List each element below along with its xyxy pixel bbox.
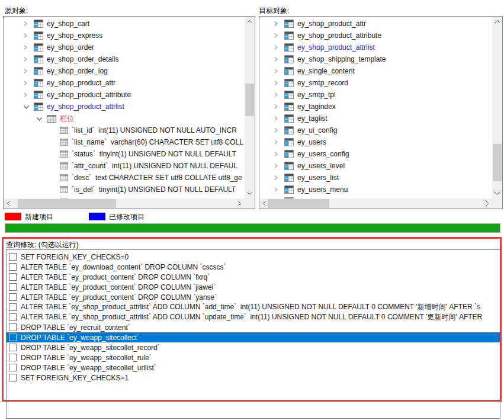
target-horizontal-scrollbar[interactable] (259, 198, 492, 209)
sql-row[interactable]: DROP TABLE `ey_weapp_sitecollet_urllist` (7, 363, 500, 373)
scrollbar-thumb[interactable] (245, 84, 254, 116)
sql-checkbox[interactable] (9, 283, 17, 291)
sql-checkbox[interactable] (9, 303, 17, 311)
sql-checkbox[interactable] (9, 354, 17, 361)
scroll-left-button[interactable] (4, 198, 14, 209)
tree-item-label: ey_tagindex (297, 102, 336, 111)
tree-expander[interactable] (23, 68, 34, 74)
tree-expander[interactable] (23, 80, 34, 86)
tree-item-label: `list_name` varchar(60) CHARACTER SET ut… (72, 138, 243, 146)
tree-item[interactable]: ey_users (259, 136, 492, 148)
scroll-down-button[interactable] (492, 188, 502, 198)
sql-row[interactable]: SET FOREIGN_KEY_CHECKS=0 (7, 252, 500, 262)
tree-expander[interactable] (274, 151, 284, 157)
tree-expander[interactable] (274, 92, 284, 98)
scrollbar-thumb[interactable] (18, 199, 116, 208)
scroll-right-button[interactable] (235, 198, 245, 209)
scroll-up-button[interactable] (245, 17, 255, 27)
tree-item[interactable]: `list_id` int(11) UNSIGNED NOT NULL AUTO… (4, 124, 245, 136)
sql-checkbox[interactable] (9, 344, 17, 351)
tree-item[interactable]: `desc` text CHARACTER SET utf8 COLLATE u… (4, 172, 245, 184)
source-tree: ey_shop_cartey_shop_expressey_shop_order… (4, 17, 245, 198)
tree-item[interactable]: `status` tinyint(1) UNSIGNED NOT NULL DE… (4, 148, 245, 160)
tree-expander[interactable] (274, 80, 284, 86)
tree-item[interactable]: ey_shop_order_details (4, 53, 245, 65)
tree-expander[interactable] (274, 68, 284, 74)
sql-checkbox[interactable] (9, 323, 17, 331)
sql-checkbox[interactable] (9, 313, 17, 321)
sql-row[interactable]: DROP TABLE `ey_weapp_sitecollet_rule` (7, 352, 500, 363)
tree-item[interactable]: ey_users_config (259, 148, 492, 160)
tree-item[interactable]: ey_tagindex (259, 101, 492, 113)
tree-expander[interactable] (23, 44, 34, 50)
chevron-right-icon (274, 175, 278, 181)
sql-row[interactable]: ALTER TABLE `ey_product_content` DROP CO… (7, 272, 500, 282)
sql-checkbox[interactable] (9, 334, 17, 341)
tree-expander[interactable] (23, 92, 34, 98)
sql-row[interactable]: SET FOREIGN_KEY_CHECKS=1 (7, 373, 500, 383)
sql-checkbox[interactable] (9, 263, 17, 271)
tree-expander[interactable] (274, 127, 284, 133)
tree-item[interactable]: `list_name` varchar(60) CHARACTER SET ut… (4, 136, 245, 148)
tree-item[interactable]: `attr_count` int(11) UNSIGNED NOT NULL D… (4, 160, 245, 172)
tree-item[interactable]: ey_users_menu (259, 184, 492, 195)
sql-checkbox[interactable] (9, 253, 17, 261)
tree-item[interactable]: ey_shop_product_attr (4, 77, 245, 89)
tree-item[interactable]: ey_shop_product_attrlist (4, 101, 245, 113)
tree-expander[interactable] (36, 116, 47, 121)
sql-row[interactable]: ALTER TABLE `ey_shop_product_attrlist` A… (7, 302, 500, 312)
tree-expander[interactable] (23, 56, 34, 62)
tree-expander[interactable] (274, 33, 284, 39)
tree-expander[interactable] (23, 104, 34, 110)
scrollbar-thumb[interactable] (493, 144, 502, 181)
tree-item[interactable]: ey_smtp_record (259, 77, 492, 89)
sql-text: DROP TABLE `ey_weapp_sitecollet_urllist` (21, 364, 156, 372)
tree-item[interactable]: ey_shop_cart (4, 18, 245, 30)
tree-expander[interactable] (274, 187, 284, 193)
tree-expander[interactable] (274, 139, 284, 145)
tree-item[interactable]: ey_shop_product_attrlist (259, 41, 492, 53)
tree-item[interactable]: ey_shop_order (4, 41, 245, 53)
tree-item[interactable]: ey_users_level (259, 160, 492, 172)
source-horizontal-scrollbar[interactable] (4, 198, 245, 209)
tree-item[interactable]: ey_ui_config (259, 124, 492, 136)
tree-expander[interactable] (274, 175, 284, 181)
sql-row[interactable]: ALTER TABLE `ey_product_content` DROP CO… (7, 282, 500, 292)
sql-checkbox[interactable] (9, 273, 17, 281)
tree-expander[interactable] (274, 163, 284, 169)
sql-row[interactable]: DROP TABLE `ey_weapp_sitecollect` (7, 332, 500, 342)
tree-item[interactable]: ey_smtp_tpl (259, 89, 492, 101)
scrollbar-thumb[interactable] (268, 199, 329, 208)
sql-row[interactable]: ALTER TABLE `ey_product_content` DROP CO… (7, 292, 500, 302)
tree-expander[interactable] (274, 21, 284, 27)
tree-item[interactable]: ey_shop_express (4, 30, 245, 41)
tree-item[interactable]: 栏位 (4, 113, 245, 124)
tree-expander[interactable] (23, 33, 34, 39)
sql-checkbox[interactable] (9, 364, 17, 371)
sql-row[interactable]: ALTER TABLE `ey_shop_product_attrlist` A… (7, 312, 500, 322)
tree-item[interactable]: ey_shop_product_attr (259, 18, 492, 30)
tree-item[interactable]: ey_shop_product_attribute (4, 89, 245, 101)
target-vertical-scrollbar[interactable] (492, 17, 502, 198)
scroll-right-button[interactable] (482, 198, 492, 209)
sql-checkbox[interactable] (9, 293, 17, 301)
tree-item[interactable]: `is_del` tinyint(1) UNSIGNED NOT NULL DE… (4, 184, 245, 195)
tree-item[interactable]: ey_single_content (259, 65, 492, 77)
tree-expander[interactable] (274, 44, 284, 50)
tree-expander[interactable] (274, 104, 284, 110)
sql-row[interactable]: DROP TABLE `ey_recruit_content` (7, 322, 500, 332)
sql-checkbox[interactable] (9, 374, 17, 381)
tree-item[interactable]: ey_taglist (259, 113, 492, 124)
tree-expander[interactable] (23, 21, 34, 27)
tree-expander[interactable] (274, 56, 284, 62)
tree-item[interactable]: ey_shop_order_log (4, 65, 245, 77)
scroll-up-button[interactable] (492, 17, 502, 27)
scroll-down-button[interactable] (245, 188, 255, 198)
tree-item[interactable]: ey_shop_shipping_template (259, 53, 492, 65)
sql-row[interactable]: ALTER TABLE `ey_download_content` DROP C… (7, 262, 500, 272)
tree-expander[interactable] (274, 116, 284, 121)
tree-item[interactable]: ey_shop_product_attribute (259, 30, 492, 41)
tree-item[interactable]: ey_users_list (259, 172, 492, 184)
sql-row[interactable]: DROP TABLE `ey_weapp_sitecollet_record` (7, 342, 500, 352)
source-vertical-scrollbar[interactable] (245, 17, 255, 198)
